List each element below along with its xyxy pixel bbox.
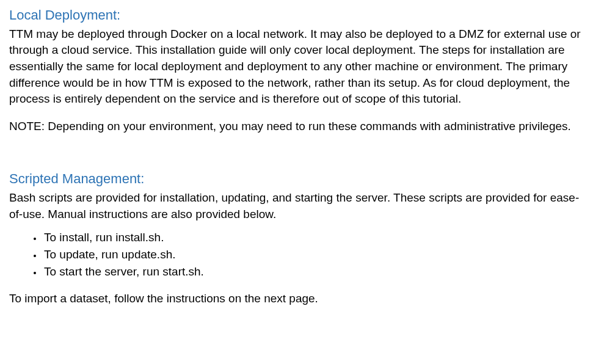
- para-local-deployment-body: TTM may be deployed through Docker on a …: [9, 26, 584, 107]
- bullets-scripts: To install, run install.sh. To update, r…: [9, 230, 584, 280]
- list-item: To install, run install.sh.: [43, 230, 584, 246]
- para-scripted-outro: To import a dataset, follow the instruct…: [9, 291, 584, 307]
- heading-scripted-management: Scripted Management:: [9, 170, 584, 189]
- para-local-deployment-note: NOTE: Depending on your environment, you…: [9, 118, 584, 135]
- heading-local-deployment: Local Deployment:: [9, 6, 584, 25]
- list-item: To start the server, run start.sh.: [43, 264, 584, 280]
- para-scripted-intro: Bash scripts are provided for installati…: [9, 190, 584, 222]
- section-spacer: [9, 145, 584, 170]
- list-item: To update, run update.sh.: [43, 247, 584, 263]
